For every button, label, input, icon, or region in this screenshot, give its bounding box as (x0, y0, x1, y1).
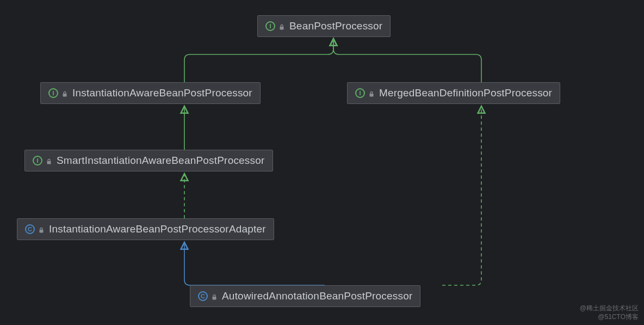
node-label: SmartInstantiationAwareBeanPostProcessor (57, 155, 265, 167)
interface-icon: I (355, 88, 365, 98)
svg-rect-3 (47, 161, 51, 164)
node-instantiation-aware-bpp-adapter[interactable]: C InstantiationAwareBeanPostProcessorAda… (17, 218, 274, 240)
class-icon: C (198, 291, 208, 301)
interface-icon: I (265, 21, 275, 31)
node-instantiation-aware-bpp[interactable]: I InstantiationAwareBeanPostProcessor (40, 82, 261, 104)
edge-aabpp-mbdpp (442, 106, 481, 285)
svg-rect-2 (370, 94, 374, 97)
node-smart-instantiation-aware-bpp[interactable]: I SmartInstantiationAwareBeanPostProcess… (24, 150, 273, 171)
watermark-juejin: @稀土掘金技术社区 (580, 304, 639, 313)
interface-icon: I (33, 156, 42, 165)
node-merged-bean-definition-pp[interactable]: I MergedBeanDefinitionPostProcessor (347, 82, 560, 104)
edge-aabpp-iabppa (184, 242, 325, 285)
lock-icon (46, 157, 52, 164)
node-label: MergedBeanDefinitionPostProcessor (379, 87, 552, 99)
interface-icon: I (48, 88, 58, 98)
node-autowired-annotation-bpp[interactable]: C AutowiredAnnotationBeanPostProcessor (190, 285, 420, 307)
lock-icon (38, 226, 45, 232)
svg-rect-0 (280, 27, 284, 30)
node-label: InstantiationAwareBeanPostProcessor (72, 87, 252, 99)
node-label: BeanPostProcessor (289, 20, 382, 32)
node-label: InstantiationAwareBeanPostProcessorAdapt… (49, 223, 266, 235)
lock-icon (61, 90, 68, 96)
lock-icon (368, 90, 375, 96)
lock-icon (211, 293, 218, 299)
lock-icon (278, 23, 285, 29)
svg-rect-1 (63, 94, 67, 97)
svg-rect-4 (40, 230, 44, 233)
diagram-canvas: I BeanPostProcessor I InstantiationAware… (0, 0, 644, 325)
svg-rect-5 (213, 297, 216, 300)
edge-mbdpp-bpp (333, 39, 481, 82)
edge-iabpp-bpp (184, 39, 333, 82)
node-bean-post-processor[interactable]: I BeanPostProcessor (257, 15, 391, 37)
node-label: AutowiredAnnotationBeanPostProcessor (222, 290, 412, 302)
class-icon: C (25, 224, 35, 234)
watermark-51cto: @51CTO博客 (598, 312, 639, 322)
